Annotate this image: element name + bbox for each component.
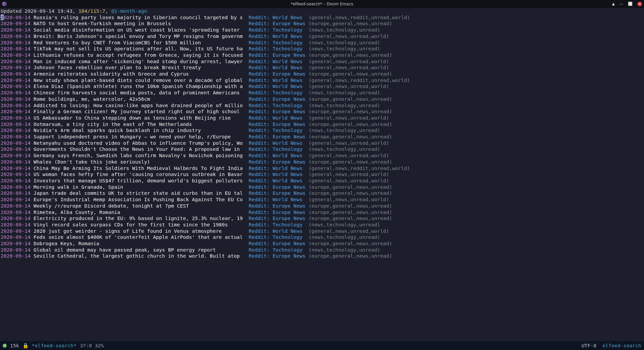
feed-entry[interactable]: 2020-09-14 Support independent press in … (1, 134, 643, 140)
feed-entry[interactable]: 2020-09-14 US woman faces hefty fine aft… (1, 171, 643, 178)
entry-feed: Reddit: Technology (249, 247, 305, 253)
entry-title: Lithuania refuses to accept refugees fro… (34, 52, 246, 58)
entry-feed: Reddit: World News (249, 171, 305, 177)
entry-title: Finally a German citizen! My journey sta… (34, 108, 246, 114)
feed-entry[interactable]: 2020-09-14 Red Ventures to buy CNET from… (1, 40, 643, 46)
cursor: 2 (1, 14, 4, 20)
feed-entry[interactable]: 2020-09-14 Weekly /r/europe Discord deba… (1, 203, 643, 209)
window-titlebar: *elfeed-search* – Doom Emacs ▲ — ⬜ ✕ (0, 0, 644, 8)
entry-title: Rome buildings, me, watercolor, 42x56cm (34, 96, 246, 102)
entry-tags: (general,news,unread,world) (309, 196, 389, 202)
entry-tags: (europe,general,news,unread) (309, 184, 392, 190)
entry-tags: (news,technology,unread) (309, 146, 380, 152)
icon-arrow-up[interactable]: ▲ (612, 1, 615, 7)
feed-entry[interactable]: 2020-09-14 Germany says French, Swedish … (1, 152, 643, 159)
feed-entry[interactable]: 2020-09-14 Nvidia's Arm deal sparks quic… (1, 127, 643, 134)
feed-entry[interactable]: 2020-09-14 US Ambassador to China steppi… (1, 115, 643, 121)
feed-entry[interactable]: 2020-09-14 Japan trade deal commits UK t… (1, 190, 643, 196)
feed-entry[interactable]: 2020-09-14 Elena Diaz (Spanish athlete) … (1, 83, 643, 90)
feed-entry[interactable]: 2020-09-14 Dobrogea Keys, Romania Reddit… (1, 240, 643, 247)
feed-entry[interactable]: 2020-09-14 2020 just got weirder - signs… (1, 228, 643, 234)
entry-title: Investors that manage US$47 trillion, de… (34, 178, 246, 183)
entry-tags: (europe,general,news,unread) (309, 159, 392, 165)
feed-entry[interactable]: 2020-09-14 Morning walk in Granada, Spai… (1, 184, 643, 190)
entry-title: Governments Shouldn't Choose the News in… (34, 146, 246, 152)
entry-tags: (news,technology,unread) (309, 102, 380, 108)
feed-entry[interactable]: 2020-09-14 Vinyl record sales surpass CD… (1, 222, 643, 228)
entry-title: Armenia reiterates solidarity with Greec… (34, 71, 246, 77)
entry-feed: Reddit: Technology (249, 27, 305, 33)
feed-entry[interactable]: 2020-09-14 Global oil demand may have pa… (1, 247, 643, 253)
entry-tags: (general,news,reddit,unread,world) (309, 165, 410, 171)
entry-tags: (news,technology,unread) (309, 222, 380, 227)
modeline-state-dot (3, 344, 7, 348)
entry-feed: Reddit: World News (249, 165, 305, 171)
entry-feed: Reddit: World News (249, 58, 305, 64)
feed-entry[interactable]: 2020-09-14 Man in induced coma after 'si… (1, 58, 643, 65)
entry-feed: Reddit: World News (249, 14, 305, 20)
entry-tags: (europe,general,news,unread) (309, 209, 392, 215)
entry-feed: Reddit: World News (249, 196, 305, 202)
modeline-major-mode: elfeed-search (602, 343, 641, 349)
feed-entry[interactable]: 2020-09-14 China May Be Arming Its Soldi… (1, 165, 643, 172)
elfeed-buffer[interactable]: Updated 2020-09-14 19:43, 104/115:7, @1-… (0, 8, 644, 259)
entry-title: Weekly /r/europe Discord debate, tonight… (34, 203, 246, 209)
entry-title: Electricity produced in the EU: 9% based… (34, 215, 246, 221)
entry-tags: (news,technology,unread) (309, 127, 380, 133)
entry-title: Europe's Industrial Hemp Association Is … (34, 196, 246, 202)
entry-tags: (europe,general,news,unread) (309, 121, 392, 127)
feed-entry[interactable]: 2020-09-14 Johnson faces rebellion over … (1, 64, 643, 71)
entry-feed: Reddit: World News (249, 178, 305, 183)
feed-entry[interactable]: 2020-09-14 Social media disinformation o… (1, 27, 643, 33)
maximize-icon[interactable]: ⬜ (628, 1, 633, 7)
minimize-icon[interactable]: — (620, 1, 623, 7)
entry-title: Russia's ruling party loses majority in … (34, 14, 246, 20)
entry-feed: Reddit: Europe News (249, 108, 305, 114)
entry-feed: Reddit: World News (249, 64, 305, 70)
feed-entry[interactable]: 2020-09-14 Armenia reiterates solidarity… (1, 71, 643, 77)
entry-feed: Reddit: World News (249, 228, 305, 234)
lock-icon: 🔒 (22, 343, 29, 349)
feed-entry[interactable]: 2020-09-14 Russia's ruling party loses m… (1, 14, 643, 21)
feed-entry[interactable]: 2020-09-14 Whales (Don't take this joke … (1, 159, 643, 165)
entry-tags: (news,technology,unread) (309, 46, 380, 51)
entry-feed: Reddit: Europe News (249, 20, 305, 26)
feed-entry[interactable]: 2020-09-14 Electricity produced in the E… (1, 215, 643, 222)
entry-feed: Reddit: World News (249, 152, 305, 158)
feed-entry[interactable]: 2020-09-14 Finally a German citizen! My … (1, 108, 643, 115)
modeline: 15k 🔒 *elfeed-search* 37:0 32% UTF-8 elf… (0, 341, 644, 350)
feed-entry[interactable]: 2020-09-14 Europe's Industrial Hemp Asso… (1, 196, 643, 203)
window-title: *elfeed-search* – Doom Emacs (291, 1, 353, 7)
entry-title: Chinese firm harvests social media posts… (34, 90, 246, 95)
feed-entry[interactable]: 2020-09-14 Ootmarsum, a tiny city in the… (1, 121, 643, 128)
entry-title: Social media disinformation on US west c… (34, 27, 246, 33)
feed-entry[interactable]: 2020-09-14 NATO to host Greek-Turkish me… (1, 20, 643, 27)
feed-entry[interactable]: 2020-09-14 Governments Shouldn't Choose … (1, 146, 643, 152)
entry-feed: Reddit: Technology (249, 46, 305, 51)
feed-entry[interactable]: 2020-09-14 TikTok may not sell its US op… (1, 46, 643, 52)
entry-feed: Reddit: World News (249, 83, 305, 89)
feed-entry[interactable]: 2020-09-14 Addicted to losing: How casin… (1, 102, 643, 109)
entry-title: Netanyahu used doctored video of Abbas t… (34, 140, 246, 146)
feed-entry[interactable]: 2020-09-14 Rimetea, Alba County, Romania… (1, 209, 643, 216)
close-icon[interactable]: ✕ (637, 2, 642, 6)
entry-tags: (general,news,unread,world) (309, 152, 389, 158)
entry-feed: Reddit: Europe News (249, 184, 305, 190)
entry-feed: Reddit: Europe News (249, 52, 305, 58)
entry-tags: (general,news,unread,world) (309, 178, 389, 183)
entry-feed: Reddit: World News (249, 33, 305, 39)
feed-entry[interactable]: 2020-09-14 Rome buildings, me, watercolo… (1, 96, 643, 102)
feed-entry[interactable]: 2020-09-14 Investors that manage US$47 t… (1, 178, 643, 184)
entry-tags: (general,news,unread,world) (309, 140, 389, 146)
entry-tags: (general,news,unread,world) (309, 33, 389, 39)
feed-entry[interactable]: 2020-09-14 Lithuania refuses to accept r… (1, 52, 643, 58)
feed-entry[interactable]: 2020-09-14 Feds seize almost $400K of 'c… (1, 234, 643, 240)
feed-entry[interactable]: 2020-09-14 Netanyahu used doctored video… (1, 140, 643, 146)
feed-entry[interactable]: 2020-09-14 Seville Cathedral, the larges… (1, 253, 643, 259)
entry-feed: Reddit: Europe News (249, 159, 305, 165)
entry-feed: Reddit: Technology (249, 234, 305, 240)
feed-entry[interactable]: 2020-09-14 Chinese firm harvests social … (1, 90, 643, 96)
entry-feed: Reddit: Europe News (249, 134, 305, 139)
feed-entry[interactable]: 2020-09-14 Brexit: Boris Johnson's speci… (1, 33, 643, 40)
feed-entry[interactable]: 2020-09-14 New study shows plant-based d… (1, 77, 643, 84)
